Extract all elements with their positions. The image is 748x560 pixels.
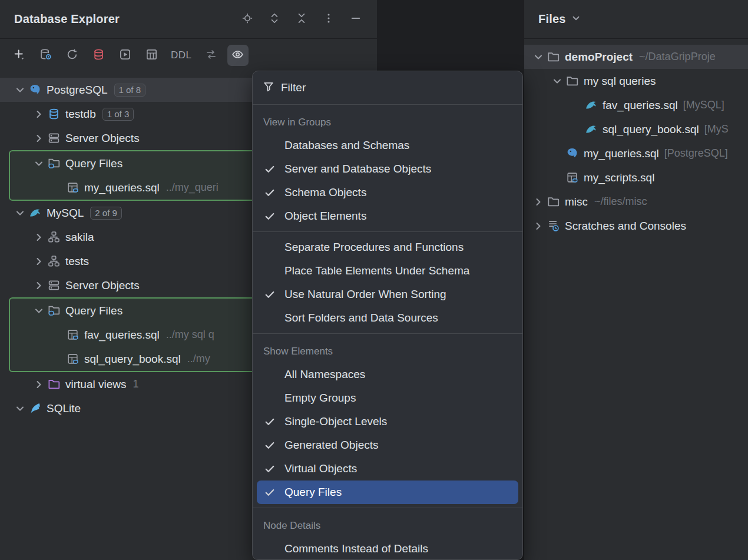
- path-hint: ../my sql q: [166, 329, 214, 341]
- minimize-icon: [350, 12, 362, 26]
- tree-item-label: Query Files: [65, 157, 123, 170]
- menu-section-header: Node Details: [253, 512, 522, 537]
- jump-to-query-console-button[interactable]: [114, 45, 135, 66]
- chevron-right-icon[interactable]: [531, 219, 545, 233]
- check-placeholder: [264, 543, 279, 555]
- dialect-suffix: [MySQL]: [683, 99, 724, 111]
- menu-separator: [253, 104, 522, 105]
- menu-item-sort-folders-and-data-sources[interactable]: Sort Folders and Data Sources: [257, 306, 518, 330]
- menu-item-label: Virtual Objects: [284, 462, 357, 475]
- files-header: Files: [524, 0, 748, 39]
- hide-panel-button[interactable]: [349, 12, 363, 26]
- tree-item-label: misc: [565, 195, 588, 208]
- check-icon: [264, 486, 279, 498]
- chevron-right-icon[interactable]: [32, 107, 46, 121]
- refresh-button[interactable]: [61, 45, 82, 66]
- view-options-button[interactable]: [227, 45, 249, 66]
- chevron-down-icon[interactable]: [13, 83, 27, 97]
- chevron-right-icon[interactable]: [32, 279, 46, 293]
- chevron-down-icon[interactable]: [32, 304, 46, 318]
- locate-button[interactable]: [240, 12, 254, 26]
- chevron-right-icon[interactable]: [32, 254, 46, 269]
- chevron-down-icon[interactable]: [550, 74, 564, 88]
- filter-menu-item[interactable]: Filter: [253, 75, 522, 101]
- filter-icon: [263, 81, 274, 95]
- menu-item-virtual-objects[interactable]: Virtual Objects: [257, 457, 518, 481]
- menu-item-label: Empty Groups: [284, 392, 356, 405]
- disconnect-button[interactable]: [88, 45, 109, 66]
- check-placeholder: [264, 241, 279, 253]
- check-icon: [264, 463, 279, 475]
- more-options-button[interactable]: [322, 12, 336, 26]
- compare-button[interactable]: [201, 45, 222, 66]
- dialect-suffix: [MyS: [704, 123, 729, 135]
- tree-item-fav-queries-sql[interactable]: fav_queries.sql[MySQL]: [524, 93, 748, 117]
- files-panel: Files demoProject~/DataGripProjemy sql q…: [524, 0, 748, 560]
- tree-item-scratches-and-consoles[interactable]: Scratches and Consoles: [524, 214, 748, 238]
- menu-item-comments-instead-of-details[interactable]: Comments Instead of Details: [257, 537, 518, 560]
- chevron-down-icon[interactable]: [13, 206, 27, 220]
- check-icon: [264, 439, 279, 451]
- menu-item-label: Single-Object Levels: [284, 415, 387, 428]
- add-data-source-button[interactable]: [8, 45, 29, 66]
- tree-item-my-scripts-sql[interactable]: my_scripts.sql: [524, 165, 748, 190]
- check-placeholder: [264, 392, 279, 404]
- menu-item-label: Generated Objects: [284, 439, 378, 452]
- menu-item-generated-objects[interactable]: Generated Objects: [257, 433, 518, 457]
- chevron-right-icon[interactable]: [32, 230, 46, 244]
- menu-item-databases-and-schemas[interactable]: Databases and Schemas: [257, 134, 518, 157]
- console-run-icon: [119, 48, 131, 63]
- check-icon: [264, 210, 279, 222]
- menu-item-label: Object Elements: [284, 210, 366, 223]
- postgresql-icon: [29, 84, 41, 96]
- tree-item-label: sql_query_book.sql: [603, 123, 699, 136]
- chevron-down-icon: [571, 13, 581, 26]
- menu-item-separate-procedures-and-functions[interactable]: Separate Procedures and Functions: [257, 236, 518, 259]
- tree-item-label: Scratches and Consoles: [565, 220, 686, 233]
- chevron-down-icon[interactable]: [32, 157, 46, 171]
- path-hint: ../my_queri: [166, 181, 219, 194]
- chevron-right-icon[interactable]: [531, 195, 545, 209]
- chevron-down-icon[interactable]: [531, 50, 545, 64]
- collapse-all-button[interactable]: [294, 12, 309, 26]
- tree-item-label: demoProject: [565, 51, 633, 64]
- sql-file-icon: [67, 329, 79, 341]
- ddl-label: DDL: [171, 49, 192, 61]
- menu-item-label: Use Natural Order When Sorting: [284, 288, 446, 301]
- tree-item-my-queries-sql[interactable]: my_queries.sql[PostgreSQL]: [524, 141, 748, 165]
- chevron-right-icon[interactable]: [32, 131, 46, 145]
- count-badge: 1 of 3: [102, 108, 134, 121]
- virtual-folder-icon: [48, 378, 60, 390]
- tree-item-label: tests: [65, 255, 89, 268]
- menu-item-place-table-elements-under-schema[interactable]: Place Table Elements Under Schema: [257, 259, 518, 283]
- files-view-selector[interactable]: Files: [538, 12, 581, 26]
- menu-item-object-elements[interactable]: Object Elements: [257, 204, 518, 228]
- tree-item-demoproject[interactable]: demoProject~/DataGripProje: [524, 45, 748, 69]
- tree-item-sql-query-book-sql[interactable]: sql_query_book.sql[MyS: [524, 117, 748, 141]
- tree-item-misc[interactable]: misc~/files/misc: [524, 190, 748, 214]
- data-source-properties-button[interactable]: [35, 45, 56, 66]
- expand-all-button[interactable]: [267, 12, 282, 26]
- menu-item-query-files[interactable]: Query Files: [257, 481, 518, 504]
- sql-file-icon: [566, 171, 578, 184]
- menu-item-label: Query Files: [284, 486, 342, 499]
- chevron-right-icon[interactable]: [32, 377, 46, 392]
- plus-icon: [13, 48, 25, 63]
- folder-icon: [566, 75, 578, 87]
- schema-icon: [48, 255, 60, 267]
- menu-separator: [253, 333, 522, 334]
- menu-item-use-natural-order-when-sorting[interactable]: Use Natural Order When Sorting: [257, 283, 518, 306]
- menu-item-all-namespaces[interactable]: All Namespaces: [257, 363, 518, 386]
- table-icon: [145, 48, 158, 63]
- files-tree: demoProject~/DataGripProjemy sql queries…: [524, 39, 748, 238]
- tree-item-my-sql-queries[interactable]: my sql queries: [524, 69, 748, 93]
- chevron-down-icon[interactable]: [13, 402, 27, 416]
- menu-item-empty-groups[interactable]: Empty Groups: [257, 386, 518, 410]
- menu-item-server-and-database-objects[interactable]: Server and Database Objects: [257, 157, 518, 181]
- menu-item-schema-objects[interactable]: Schema Objects: [257, 181, 518, 204]
- generate-ddl-button[interactable]: DDL: [167, 45, 196, 66]
- folder-icon: [547, 195, 560, 208]
- open-table-button[interactable]: [141, 45, 162, 66]
- menu-item-single-object-levels[interactable]: Single-Object Levels: [257, 410, 518, 433]
- menu-separator: [253, 508, 522, 508]
